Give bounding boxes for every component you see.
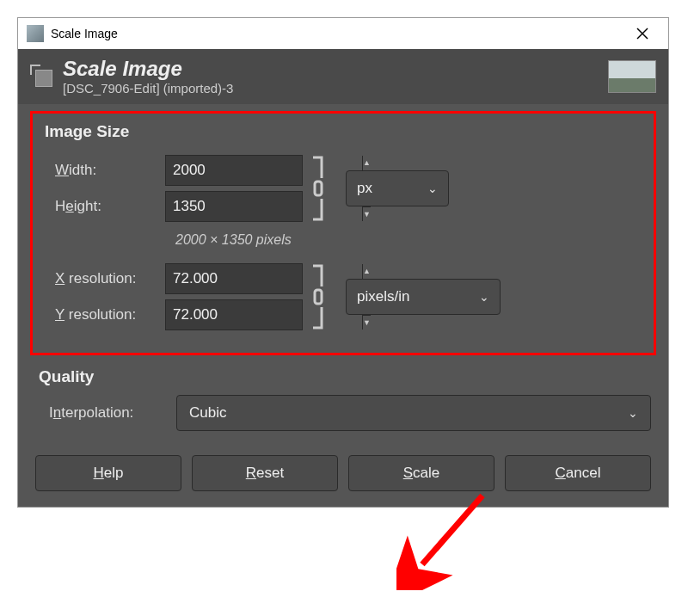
width-up[interactable]: ▲ (363, 156, 371, 171)
image-size-section: Image Size Width: ▲ ▼ (30, 111, 656, 355)
svg-rect-2 (315, 182, 322, 195)
xres-up[interactable]: ▲ (363, 264, 371, 280)
yres-down[interactable]: ▼ (363, 316, 371, 330)
close-button[interactable] (625, 21, 660, 46)
interpolation-select[interactable]: Cubic ⌄ (176, 395, 651, 431)
dialog-header: Scale Image [DSC_7906-Edit] (imported)-3 (18, 49, 668, 104)
image-size-title: Image Size (45, 122, 642, 141)
width-label: Width: (45, 162, 165, 179)
chevron-down-icon: ⌄ (479, 290, 489, 304)
scale-button[interactable]: Scale (348, 455, 494, 491)
header-title: Scale Image (63, 58, 608, 79)
yres-label: Y resolution: (45, 306, 165, 323)
cancel-button[interactable]: Cancel (505, 455, 651, 491)
chain-link-icon (306, 262, 330, 331)
reset-button[interactable]: Reset (192, 455, 338, 491)
dialog-body: Scale Image [DSC_7906-Edit] (imported)-3… (18, 49, 668, 507)
chevron-down-icon: ⌄ (427, 182, 438, 195)
xres-label: X resolution: (45, 270, 165, 287)
chevron-down-icon: ⌄ (628, 406, 638, 420)
image-thumbnail (608, 60, 656, 93)
scale-icon (30, 65, 54, 89)
dimensions-text: 2000 × 1350 pixels (175, 232, 642, 248)
chain-link-resolution[interactable] (303, 263, 334, 330)
window-title: Scale Image (51, 27, 625, 40)
interpolation-label: Interpolation: (39, 404, 168, 422)
height-down[interactable]: ▼ (363, 207, 371, 222)
app-icon (27, 25, 44, 42)
chain-link-size[interactable] (303, 155, 334, 222)
quality-title: Quality (39, 367, 651, 386)
height-stepper[interactable]: ▲ ▼ (165, 191, 303, 222)
height-label: Height: (45, 198, 165, 215)
width-stepper[interactable]: ▲ ▼ (165, 155, 303, 186)
size-unit-select[interactable]: px ⌄ (346, 170, 449, 206)
close-icon (636, 28, 648, 40)
yres-stepper[interactable]: ▲ ▼ (165, 299, 303, 330)
resolution-unit-select[interactable]: pixels/in ⌄ (346, 279, 501, 315)
quality-section: Quality Interpolation: Cubic ⌄ (35, 367, 651, 431)
chain-link-icon (306, 154, 330, 223)
button-row: Help Reset Scale Cancel (18, 443, 668, 507)
xres-stepper[interactable]: ▲ ▼ (165, 263, 303, 294)
titlebar: Scale Image (18, 18, 668, 49)
scale-image-dialog: Scale Image Scale Image [DSC_7906-Edit] … (17, 17, 669, 508)
svg-rect-3 (315, 290, 322, 304)
header-subtitle: [DSC_7906-Edit] (imported)-3 (63, 81, 608, 95)
help-button[interactable]: Help (35, 455, 181, 491)
